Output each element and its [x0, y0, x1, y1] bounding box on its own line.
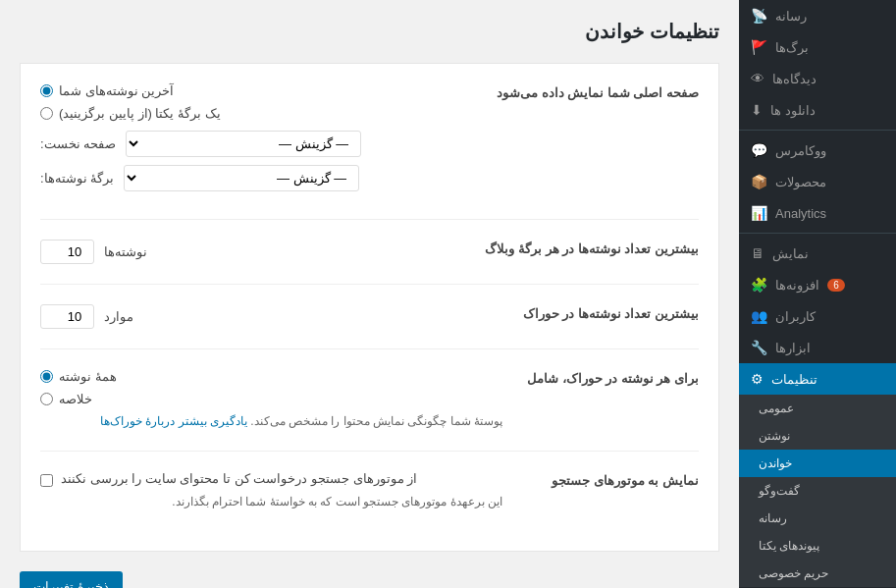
feed-full-label: همهٔ نوشته: [59, 369, 117, 384]
sidebar-item-rasa[interactable]: رسانه 📡: [739, 0, 896, 31]
feed-full-radio[interactable]: [40, 370, 53, 383]
comment-icon: 💬: [751, 142, 767, 158]
front-page-select[interactable]: — گزینش —: [126, 131, 361, 157]
max-feed-unit: موارد: [104, 309, 133, 324]
sidebar-item-danload[interactable]: دانلود ها ⬇: [739, 94, 896, 126]
submenu-item-omoomi[interactable]: عمومی: [739, 395, 896, 422]
feed-content-control: همهٔ نوشته خلاصه پوستهٔ شما چگونگی نمایش…: [40, 369, 502, 431]
max-feed-label: بیشترین تعداد نوشته‌ها در حوراک: [522, 304, 699, 325]
puzzle-icon: 🧩: [751, 277, 767, 293]
sidebar-item-afzooneh[interactable]: 6 افزونه‌ها 🧩: [739, 269, 896, 300]
search-note: این برعهدهٔ موتورهای جستجو است که به خوا…: [40, 493, 502, 511]
option-static-radio[interactable]: [40, 107, 53, 120]
submenu-item-label: گفت‌وگو: [759, 484, 800, 498]
feed-summary-radio[interactable]: [40, 393, 53, 405]
sidebar-item-label: دانلود ها: [770, 103, 816, 118]
feed-summary-label: خلاصه: [59, 392, 92, 406]
sidebar-item-label: برگ‌ها: [775, 40, 809, 55]
sidebar-item-analytics[interactable]: Analytics 📊: [739, 197, 896, 229]
submenu-item-rasa[interactable]: رسانه: [739, 505, 896, 532]
submenu-item-label: خواندن: [759, 456, 792, 470]
search-row: نمایش به موتورهای جستجو از موتورهای جستج…: [40, 471, 699, 531]
sidebar-item-karbaran[interactable]: کاربران 👥: [739, 300, 896, 332]
sidebar-item-label: دیدگاه‌ها: [772, 72, 817, 86]
rss-icon: 📡: [751, 8, 767, 24]
feed-link[interactable]: یادگیری بیشتر دربارهٔ خوراک‌ها: [100, 414, 247, 428]
submenu-item-khwandan[interactable]: خواندن: [739, 450, 896, 477]
chart-icon: 📊: [751, 205, 767, 221]
sidebar-item-abzarha[interactable]: ابزارها 🔧: [739, 332, 896, 363]
max-feed-number-row: موارد: [40, 304, 502, 329]
posts-page-select[interactable]: — گزینش —: [124, 165, 359, 191]
front-page-control: آخرین نوشته‌های شما یک برگهٔ یکتا (از پا…: [40, 83, 477, 199]
max-feed-row: بیشترین تعداد نوشته‌ها در حوراک موارد: [40, 304, 699, 349]
sidebar-item-woocommerce[interactable]: ووکامرس 💬: [739, 134, 896, 166]
front-page-label: صفحه اصلی شما نمایش داده می‌شود: [497, 83, 699, 104]
submenu-item-label: نوشتن: [759, 429, 790, 443]
submenu-item-goftogoo[interactable]: گفت‌وگو: [739, 477, 896, 505]
feed-full-item[interactable]: همهٔ نوشته: [40, 369, 117, 384]
feed-content-row: برای هر نوشته در حوراک، شامل همهٔ نوشته …: [40, 369, 699, 452]
posts-page-select-row: — گزینش — برگهٔ نوشته‌ها:: [40, 165, 477, 191]
max-posts-input[interactable]: [40, 240, 94, 264]
front-page-row: صفحه اصلی شما نمایش داده می‌شود آخرین نو…: [40, 83, 699, 220]
option-latest-item[interactable]: آخرین نوشته‌های شما: [40, 83, 174, 98]
sidebar-item-label: محصولات: [775, 175, 826, 189]
max-posts-control: نوشته‌ها: [40, 240, 465, 264]
page-title: تنظیمات خواندن: [20, 20, 719, 43]
tools-icon: 🔧: [751, 340, 767, 355]
sidebar-item-didgah[interactable]: دیدگاه‌ها 👁: [739, 63, 896, 94]
submenu-item-label: رسانه: [759, 511, 787, 525]
settings-icon: ⚙: [751, 371, 764, 387]
posts-page-select-label: برگهٔ نوشته‌ها:: [40, 171, 114, 186]
sidebar: رسانه 📡 برگ‌ها 🚩 دیدگاه‌ها 👁 دانلود ها ⬇…: [739, 0, 896, 588]
box-icon: 📦: [751, 174, 767, 189]
max-posts-number-row: نوشته‌ها: [40, 240, 465, 264]
max-posts-label: بیشترین تعداد نوشته‌ها در هر برگهٔ وبلاگ: [485, 240, 699, 260]
main-content: تنظیمات خواندن صفحه اصلی شما نمایش داده …: [0, 0, 739, 588]
max-feed-input[interactable]: [40, 304, 94, 329]
search-checkbox-row: از موتورهای جستجو درخواست کن تا محتوای س…: [40, 471, 502, 487]
sidebar-item-tanzeemat[interactable]: تنظیمات ⚙: [739, 363, 896, 395]
submenu-item-label: عمومی: [759, 401, 794, 415]
feed-content-label: برای هر نوشته در حوراک، شامل: [522, 369, 699, 390]
sidebar-divider-2: [739, 233, 896, 234]
submenu-item-neveshtan[interactable]: نوشتن: [739, 422, 896, 450]
search-checkbox[interactable]: [40, 474, 53, 487]
sidebar-item-label: تنظیمات: [771, 372, 817, 387]
save-button[interactable]: ذخیرهٔ تغییرات: [20, 571, 123, 588]
front-page-select-row: — گزینش — صفحه نخست:: [40, 131, 477, 157]
sidebar-item-label: Analytics: [775, 206, 826, 221]
users-icon: 👥: [751, 308, 767, 324]
feed-summary-item[interactable]: خلاصه: [40, 392, 92, 406]
sidebar-item-bargha[interactable]: برگ‌ها 🚩: [739, 31, 896, 63]
front-page-radio-group: آخرین نوشته‌های شما یک برگهٔ یکتا (از پا…: [40, 83, 477, 121]
settings-submenu: عمومی نوشتن خواندن گفت‌وگو رسانه پیوندها…: [739, 395, 896, 587]
search-checkbox-text: از موتورهای جستجو درخواست کن تا محتوای س…: [61, 471, 417, 486]
sidebar-item-label: افزونه‌ها: [775, 278, 819, 293]
sidebar-item-label: کاربران: [775, 309, 816, 324]
sidebar-item-namayesh[interactable]: نمایش 🖥: [739, 238, 896, 269]
option-static-label: یک برگهٔ یکتا (از پایین برگزینید): [59, 106, 221, 121]
search-label: نمایش به موتورهای جستجو: [522, 471, 699, 492]
eye-icon: 👁: [751, 71, 764, 86]
feed-description: پوستهٔ شما چگونگی نمایش محتوا را مشخص می…: [40, 412, 502, 431]
max-feed-control: موارد: [40, 304, 502, 329]
sidebar-item-products[interactable]: محصولات 📦: [739, 166, 896, 197]
feed-content-radio-group: همهٔ نوشته خلاصه: [40, 369, 502, 406]
plugin-badge: 6: [827, 279, 845, 292]
submenu-item-label: حریم خصوصی: [759, 566, 828, 580]
sidebar-item-label: نمایش: [772, 246, 809, 261]
monitor-icon: 🖥: [751, 245, 764, 261]
submenu-item-harim[interactable]: حریم خصوصی: [739, 560, 896, 587]
option-latest-label: آخرین نوشته‌های شما: [59, 83, 174, 98]
submenu-item-piwandha[interactable]: پیوندهای یکتا: [739, 532, 896, 560]
settings-form: صفحه اصلی شما نمایش داده می‌شود آخرین نو…: [20, 63, 719, 552]
submit-row: ذخیرهٔ تغییرات: [20, 571, 719, 588]
flag-icon: 🚩: [751, 39, 767, 55]
sidebar-item-label: ووکامرس: [775, 143, 826, 158]
sidebar-item-label: ابزارها: [775, 341, 811, 355]
front-page-select-label: صفحه نخست:: [40, 136, 116, 151]
option-static-item[interactable]: یک برگهٔ یکتا (از پایین برگزینید): [40, 106, 221, 121]
option-latest-radio[interactable]: [40, 84, 53, 97]
